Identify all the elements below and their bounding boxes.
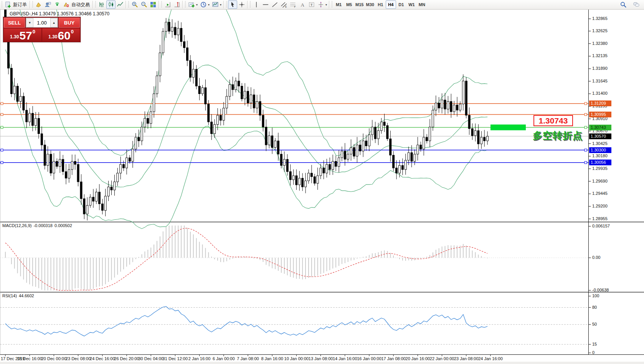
timeframe-button-m15[interactable]: M15 xyxy=(354,0,365,9)
buy-price-prefix: 1.30 xyxy=(48,34,57,40)
price-axis-tick: 1.29935 xyxy=(592,166,608,171)
crosshair-button[interactable] xyxy=(237,0,246,9)
timeframe-button-h1[interactable]: H1 xyxy=(375,0,386,9)
auto-trading-button[interactable]: 自动交易 xyxy=(62,0,92,9)
candlestick-button[interactable] xyxy=(106,0,116,9)
sell-button[interactable]: SELL xyxy=(4,18,25,28)
price-axis-tick: 1.31400 xyxy=(592,91,608,96)
periods-button[interactable]: ▾ xyxy=(199,0,211,9)
time-axis-label: 6 Jan 00:00 xyxy=(213,356,235,361)
chevron-down-icon[interactable]: ▾ xyxy=(220,3,221,7)
cursor-button[interactable] xyxy=(228,0,237,9)
toolbar-separator xyxy=(30,1,30,8)
line-chart-icon xyxy=(117,1,124,8)
price-axis-tick: 1.29445 xyxy=(592,191,608,196)
shapes-button[interactable]: ▾ xyxy=(316,0,328,9)
cursor-icon xyxy=(229,1,236,8)
timeframe-button-h4[interactable]: H4 xyxy=(386,0,396,9)
time-axis-label: 8 Jan 16:00 xyxy=(261,356,283,361)
trendline-button[interactable] xyxy=(270,0,279,9)
new-order-button[interactable]: 新订单 xyxy=(3,0,29,9)
price-axis-tick: 1.32380 xyxy=(592,41,608,46)
auto-trading-icon xyxy=(63,1,70,8)
rsi-indicator-label: RSI(14)44.6602 xyxy=(2,293,34,298)
text-button[interactable]: A xyxy=(298,0,307,9)
new-order-button-label: 新订单 xyxy=(12,2,28,8)
market-watch-button[interactable] xyxy=(43,0,53,9)
fibonacci-button[interactable]: F xyxy=(289,0,298,9)
time-axis-label: 17 Jan 08:00 xyxy=(381,356,406,361)
toolbar-grip xyxy=(225,1,227,8)
timeframe-button-m5[interactable]: M5 xyxy=(344,0,354,9)
timeframe-button-m30[interactable]: M30 xyxy=(365,0,375,9)
text-label-button[interactable]: T xyxy=(307,0,316,9)
price-axis-tick: 1.32625 xyxy=(592,28,608,33)
chart-shift-button[interactable] xyxy=(172,0,182,9)
toolbar-grip xyxy=(249,1,251,8)
timeframe-button-w1[interactable]: W1 xyxy=(406,0,417,9)
indicators-button[interactable]: ▾ xyxy=(187,0,199,9)
one-click-trading-panel: SELL ▼ ▲ BUY 1.30 57 0 1.30 60 0 xyxy=(3,17,81,42)
svg-text:F: F xyxy=(294,5,296,8)
timeframe-button-d1[interactable]: D1 xyxy=(396,0,406,9)
svg-text:E: E xyxy=(285,5,287,8)
candlestick-icon xyxy=(107,1,114,8)
toolbar-separator xyxy=(125,1,126,8)
rsi-axis-tick: 0 xyxy=(592,350,594,355)
profiles-button[interactable] xyxy=(34,0,43,9)
templates-icon xyxy=(212,1,219,8)
chevron-down-icon[interactable]: ▾ xyxy=(325,3,327,7)
templates-button[interactable]: ▾ xyxy=(211,0,223,9)
channel-button[interactable]: E xyxy=(279,0,289,9)
symbol-ohlc-text: GBPUSD-,H4 1.30479 1.30576 1.30466 1.305… xyxy=(10,11,109,16)
window-bottom-edge xyxy=(0,362,644,364)
time-axis-label: 18 Dec 16:00 xyxy=(17,356,42,361)
zoom-out-button[interactable] xyxy=(139,0,149,9)
search-button[interactable] xyxy=(619,0,628,9)
price-level-tag: 1.30056 xyxy=(589,160,611,165)
volume-increase-button[interactable]: ▲ xyxy=(50,18,58,27)
price-level-tag: 1.30995 xyxy=(589,112,611,117)
chart-canvas[interactable] xyxy=(0,0,644,364)
horizontal-line-button[interactable] xyxy=(261,0,270,9)
volume-decrease-button[interactable]: ▼ xyxy=(26,18,33,27)
profiles-icon xyxy=(35,1,42,8)
time-axis-label: 26 Dec 20:00 xyxy=(114,356,139,361)
sell-price-display[interactable]: 1.30 57 0 xyxy=(4,28,41,41)
svg-text:T: T xyxy=(310,3,313,7)
price-level-tag: 1.30300 xyxy=(589,147,611,153)
auto-scroll-button[interactable] xyxy=(163,0,172,9)
chevron-down-icon[interactable]: ▾ xyxy=(196,3,198,7)
buy-button[interactable]: BUY xyxy=(59,18,80,28)
line-chart-button[interactable] xyxy=(116,0,125,9)
zoom-in-button[interactable] xyxy=(130,0,139,9)
timeframe-button-mn[interactable]: MN xyxy=(417,0,427,9)
toolbar-separator xyxy=(223,1,224,8)
rsi-axis-tick: 80 xyxy=(592,305,597,310)
buy-price-display[interactable]: 1.30 60 0 xyxy=(42,28,80,41)
rsi-axis-tick: 50 xyxy=(592,322,597,326)
sell-price-prefix: 1.30 xyxy=(10,34,19,40)
auto-trading-button-label: 自动交易 xyxy=(71,2,91,8)
new-order-icon xyxy=(5,1,12,8)
timeframe-button-m1[interactable]: M1 xyxy=(334,0,344,9)
fibonacci-icon: F xyxy=(290,1,297,8)
chat-button[interactable] xyxy=(632,0,641,9)
price-axis-tick: 1.29690 xyxy=(592,179,608,183)
vertical-line-button[interactable] xyxy=(252,0,261,9)
price-level-callout[interactable]: 1.30743 xyxy=(533,115,573,126)
time-axis-label: 31 Dec 12:00 xyxy=(163,356,188,361)
tile-windows-button[interactable] xyxy=(149,0,158,9)
collapse-arrow-icon[interactable]: ▲ xyxy=(4,12,7,16)
volume-input[interactable] xyxy=(33,18,50,27)
chevron-down-icon[interactable]: ▾ xyxy=(208,3,210,7)
signals-button[interactable] xyxy=(53,0,62,9)
price-axis-tick: 1.29200 xyxy=(592,204,608,208)
window-icons xyxy=(619,0,641,9)
bar-chart-button[interactable] xyxy=(97,0,106,9)
toolbar-grip xyxy=(31,1,33,8)
price-axis-tick: 1.30180 xyxy=(592,153,608,158)
toolbar-separator xyxy=(159,1,159,8)
macd-axis-tick: 0.00 xyxy=(592,255,600,260)
time-axis-label: 10 Jan 00:00 xyxy=(284,356,309,361)
